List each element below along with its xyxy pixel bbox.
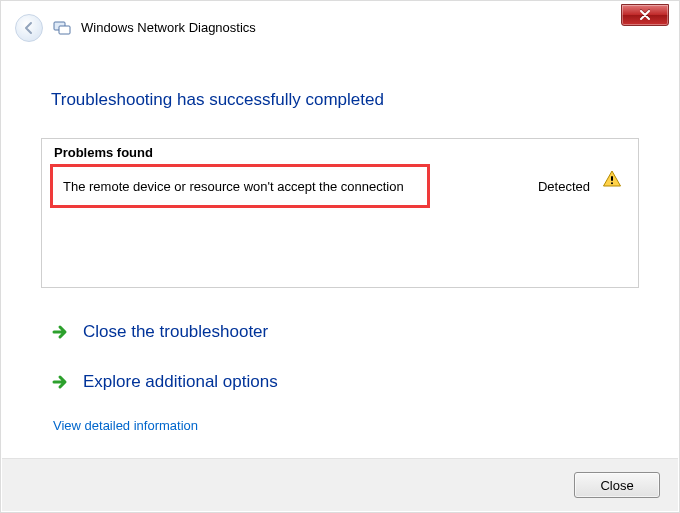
svg-rect-3 xyxy=(611,182,613,184)
dialog-footer: Close xyxy=(2,458,678,511)
explore-options-link[interactable]: Explore additional options xyxy=(51,362,639,404)
close-troubleshooter-link[interactable]: Close the troubleshooter xyxy=(51,312,639,354)
highlight-box: The remote device or resource won't acce… xyxy=(50,164,430,208)
close-button[interactable]: Close xyxy=(574,472,660,498)
header-bar: Windows Network Diagnostics xyxy=(1,1,679,54)
problem-description: The remote device or resource won't acce… xyxy=(63,179,404,194)
page-title: Troubleshooting has successfully complet… xyxy=(51,90,639,110)
app-icon xyxy=(53,19,71,37)
warning-icon xyxy=(602,169,622,192)
explore-options-label: Explore additional options xyxy=(83,372,278,392)
svg-rect-2 xyxy=(611,176,613,181)
back-button[interactable] xyxy=(15,14,43,42)
close-troubleshooter-label: Close the troubleshooter xyxy=(83,322,268,342)
arrow-right-icon xyxy=(51,323,69,341)
window-title: Windows Network Diagnostics xyxy=(81,20,256,35)
dialog-body: Troubleshooting has successfully complet… xyxy=(1,54,679,433)
close-icon xyxy=(639,10,651,20)
dialog-window: Windows Network Diagnostics Troubleshoot… xyxy=(0,0,680,513)
svg-rect-1 xyxy=(59,26,70,34)
back-arrow-icon xyxy=(22,21,36,35)
problem-row: The remote device or resource won't acce… xyxy=(52,164,620,208)
window-close-button[interactable] xyxy=(621,4,669,26)
problems-found-panel: Problems found The remote device or reso… xyxy=(41,138,639,288)
arrow-right-icon xyxy=(51,373,69,391)
view-detailed-info-link[interactable]: View detailed information xyxy=(53,418,198,433)
option-list: Close the troubleshooter Explore additio… xyxy=(41,306,639,433)
problems-found-label: Problems found xyxy=(54,145,620,160)
